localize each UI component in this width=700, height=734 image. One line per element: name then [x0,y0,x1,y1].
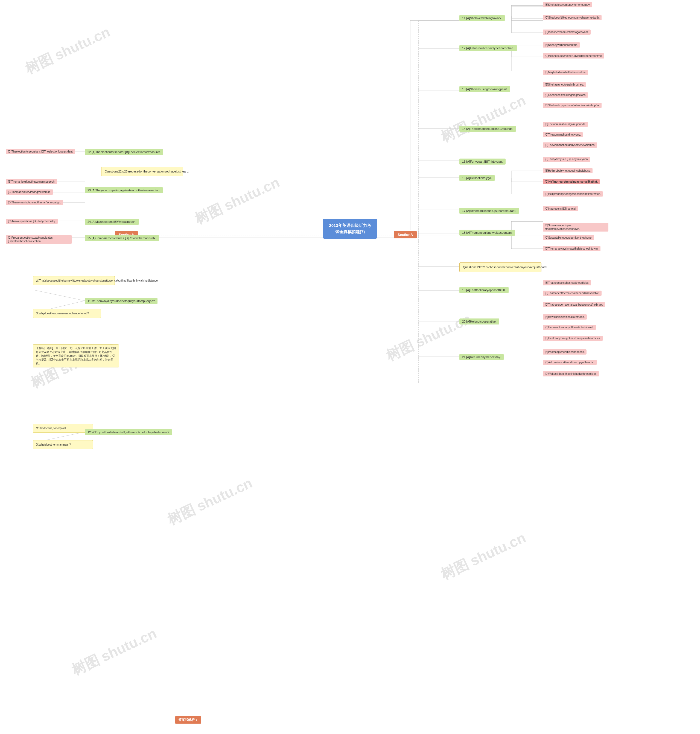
q14-label: 14.[A]Thewomanshouldlose10pounds. [462,127,513,131]
q24-node: 24.[A]Makeposters.[B]Writeaspeech. [85,219,139,225]
section-a-right-label: SectionA [398,233,413,237]
watermark-4: 树图 shutu.cn [164,473,255,530]
q11-node: 11.[A]Sheloveswalkingtowork. [459,15,505,21]
conv-w-box: W:That'sbecauseofthejourney.Ittookmeabou… [33,276,115,285]
watermark-2: 树图 shutu.cn [192,173,283,229]
q23-label: 23.[A]Theyarecompetingagainsteachotherin… [87,189,160,192]
q22-left-opt: [C]Theelectionforsecretary.[D]Theelectio… [6,149,75,154]
q11-opt-c: [C]Shedoesn'tlikethecompanysheworkedwith… [543,15,601,20]
watermark-6: 树图 shutu.cn [438,91,529,147]
q11-label: 11.[A]Sheloveswalkingtowork. [462,16,502,20]
q22-node: 22.[A]Theelectionforsenator.[B]Theelecti… [85,149,163,155]
q16-opt-b: [B]He'llprobablynottogosinceheisbusy. [543,168,593,173]
conv-w-text: W:That'sbecauseofthejourney.Ittookmeabou… [36,279,159,282]
q16-node: 16.[A]He'lldefinitelygo. [459,175,495,181]
q24-label: 24.[A]Makeposters.[B]Writeaspeech. [87,220,136,223]
conv-12-text: 12.W:DoyouthinkEdwardwillgethereontimefo… [87,430,169,434]
q21-opt-b: [B]Photocopythearticlesheneeds. [543,349,587,355]
qgroup-label: Questions22to25arebasedontheconversation… [101,167,183,176]
q13-opt-b: [B]Shehasrunoutofpaintbrushes. [543,82,586,87]
q13-label: 13.[A]Shewasusingthewrongpaint. [462,88,507,91]
q19-label: 19.[A]Thatthelibraryopensat8:00. [462,288,506,292]
conv-m2-box: M:Ifhedoesn't,nobodywill. [33,424,93,433]
q15-opt-cd: [C]Thirty-fiveyuan.[D]Forty-fiveyuan. [543,157,590,162]
conv-m-node: 11.M:ThenwhydidyoudecidetoquityourfoMp3e… [85,298,157,304]
q23-opt-c: [C]Themanisinterviewingthewoman. [6,189,53,195]
watermark-1: 树图 shutu.cn [22,22,113,78]
q24-opt-cd: [C]Answerquestions.[D]Studychemistry. [6,219,58,224]
q23-node: 23.[A]Theyarecompetingagainsteachotherin… [85,187,163,193]
q12-node: 12.[A]Edwardwillcertainlybehereontme. [459,45,517,51]
q13-node: 13.[A]Shewasusingthewrongpaint. [459,86,510,92]
title-text: 2013年英语四级听力考试全真模拟题(7) [329,223,371,234]
exp-text: 【解析】选[D]。男士问女士为什么辞了以前的工作。女士说因为她每天要花两个小时去… [36,346,116,365]
svg-line-64 [33,290,85,301]
conv-q1-box: Q:Whydoesthewomanwanttochangeherjob? [33,309,101,318]
q19-node: 19.[A]Thatthelibraryopensat8:00. [459,287,509,293]
q20-node: 20.[A]Heisnotcooperative. [459,319,499,324]
q21-opt-d: [D]Waituntilthegirlhasfinishedwithhearti… [543,371,599,376]
q15-label: 15.[A]Fortyyuan.[B]Thirtyyuan. [462,160,503,163]
q12-opt-d: [D]MaybeEdwardwillbehereontme. [543,70,588,75]
conv-m2-text: M:Ifhedoesn't,nobodywill. [36,427,66,430]
q25-opt-cd: [C]Preparequestionstoaskcandidates.[D]Iv… [6,235,72,244]
q21-label: 21.[A]Returnearlythenextday. [462,355,501,359]
q13-opt-d: [D]Shehasdroppedoutofartandisnowindmp3a. [543,103,601,108]
watermark-8: 树图 shutu.cn [438,528,529,584]
q20-opt-d: [D]Healreadybroughtinextracopiesofhearti… [543,336,603,341]
qgroup2-text: Questions19to21arebasedontheconversation… [463,266,547,269]
conv-q2-box: Q:Whatdoesthemmanmean? [33,440,93,449]
q20-label: 20.[A]Heisnotcooperative. [462,320,497,323]
q14-opt-d: [D]Thewomanshouldbuysomenewclothes. [543,142,597,148]
q12-opt-c: [C]HeisnotsurewhetherEdwardwillbehereont… [543,53,604,59]
q19-opt-c: [C]Thatnoneofthematerialheneedsisavailab… [543,291,601,296]
qgroup-text: Questions22to25arebasedontheconversation… [105,170,189,173]
q18-opt-b: [B]Susaniseagertopas stheinfomp3ationshe… [543,223,609,232]
q21-node: 21.[A]Returnearlythenextday. [459,354,504,360]
q14-opt-c: [C]Thewomanshouldnotworry. [543,132,583,137]
q13-opt-c: [C]Shedoesn'tfeellikegoingtoclass. [543,92,588,98]
q20-opt-c: [C]Hehasnotreadanyofthearticleshimself. [543,325,596,330]
q25-label: 25.[A]Comparetherilectures.[B]Reviewthem… [87,236,156,240]
q19-opt-d: [D]Thatreservematerialscanbetakenoutfhel… [543,302,605,307]
answer-label-text: 答案和解析： [178,718,198,722]
q20-opt-b: [B]Hewillbeinhisofficeallaternoon. [543,314,587,320]
q17-label: 17.[A]Attheman'shouse.[B]Inarestaurant. [462,209,516,213]
conv-q1-text: Q:Whydoesthewomanwanttochangeherjob? [36,312,89,315]
qgroup2-label: Questions19to21arebasedontheconversation… [459,263,541,272]
q11-opt-d: [D]Ittookhertoomuchtimetogotowork. [543,29,591,35]
q16-opt-c: [C]He'llnotregretmissingachancelikethat. [543,179,600,184]
conv-12-node: 12.W:DoyouthinkEdwardwillgethereontimefo… [85,429,172,435]
q23-opt-b: [B]Themaniswritingthewoman'sspeech. [6,179,57,184]
q11-opt-b: [B]Shehastosavemoneyforherjourney. [543,2,592,7]
q25-node: 25.[A]Comparetherilectures.[B]Reviewthem… [85,235,159,241]
answer-node: 答案和解析： [175,716,201,724]
q16-opt-d: [D]He'llprobablynottogosinceheisnotinter… [543,191,603,197]
q21-opt-c: [C]AskprofessorGrandforacopyofthearticl. [543,360,597,365]
q18-node: 18.[A]Themancouldnotwaittoseeusan. [459,230,515,236]
q17-node: 17.[A]Attheman'shouse.[B]Inarestaurant. [459,208,519,214]
conv-m-text: 11.M:ThenwhydidyoudecidetoquityourfoMp3e… [87,299,155,302]
q14-opt-b: [B]Thewomanshouldgain5pounds. [543,122,588,127]
q18-opt-d: [D]Themanalwaysknowsthelatestnesintowm. [543,246,600,251]
q18-label: 18.[A]Themancouldnotwaittoseeusan. [462,231,512,234]
section-a-right: SectionA [394,231,417,238]
q18-opt-c: [C]Susantalkstopeopleonlyonthephone. [543,235,594,240]
q12-label: 12.[A]Edwardwillcertainlybehereontme. [462,47,514,50]
conv-q2-text: Q:Whatdoesthemmanmean? [36,443,71,446]
q12-opt-b: [B]Nobodywillbehereontme. [543,43,580,48]
q22-label: 22.[A]Theelectionforsenator.[B]Theelecti… [87,150,160,154]
central-node: 2013年英语四级听力考试全真模拟题(7) [323,219,377,239]
q17-opt-cd: [C]Inagrocer's.[D]Inahotel. [543,206,578,211]
q23-opt-d: [D]Thewomanisplanningtheman'scampaign. [6,200,63,205]
q16-label: 16.[A]He'lldefinitelygo. [462,176,492,180]
q14-node: 14.[A]Thewomanshouldlose10pounds. [459,126,516,132]
watermark-5: 树图 shutu.cn [69,624,160,680]
exp-box: 【解析】选[D]。男士问女士为什么辞了以前的工作。女士说因为她每天要花两个小时去… [33,345,119,367]
q15-node: 15.[A]Fortyyuan.[B]Thirtyyuan. [459,159,506,164]
q19-opt-b: [B]Thatnooneelsehasreadthearticles. [543,280,591,285]
